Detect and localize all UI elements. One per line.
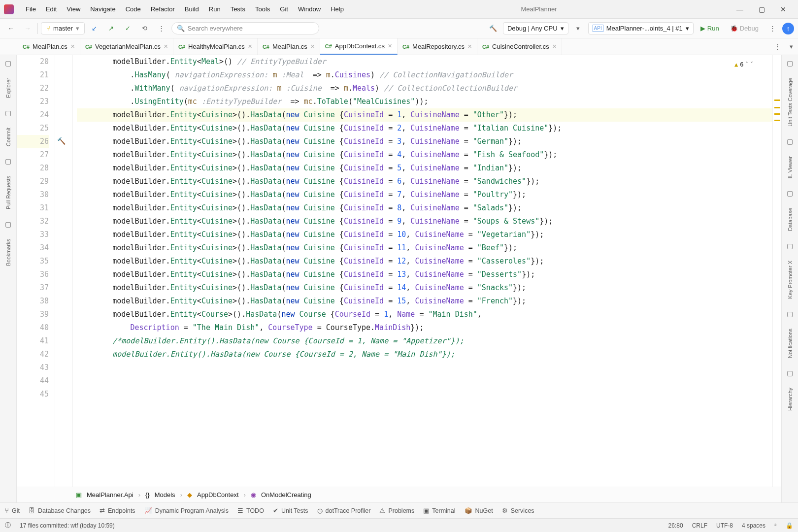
rail-icon[interactable]: ▢ xyxy=(3,58,13,68)
editor-tab[interactable]: C#CuisineController.cs✕ xyxy=(477,38,562,55)
nav-back-icon[interactable]: ← xyxy=(4,22,18,35)
toolwindow-dynamic-program-analysis[interactable]: 📈Dynamic Program Analysis xyxy=(144,507,229,514)
menu-tools[interactable]: Tools xyxy=(250,3,275,15)
toolwindow-unit-tests[interactable]: ✔Unit Tests xyxy=(273,507,308,514)
warning-mark[interactable] xyxy=(774,100,780,101)
menu-refactor[interactable]: Refactor xyxy=(146,3,180,15)
editor-tab[interactable]: C#MealPlan.cs✕ xyxy=(258,38,320,55)
chevron-down-icon[interactable]: ˅ xyxy=(750,58,753,71)
toolwindow-git[interactable]: ⑂Git xyxy=(5,507,20,514)
close-icon[interactable]: ✕ xyxy=(70,43,75,50)
line-separator[interactable]: CRLF xyxy=(692,522,707,529)
toolwindow-nuget[interactable]: 📦NuGet xyxy=(465,507,493,514)
vcs-push-icon[interactable]: ✓ xyxy=(121,22,135,35)
editor-tab[interactable]: C#HealthyMealPlan.cs✕ xyxy=(173,38,258,55)
toolwindow-dottrace-profiler[interactable]: ◷dotTrace Profiler xyxy=(317,507,371,514)
rail-icon[interactable]: ▢ xyxy=(785,58,795,68)
rail-icon[interactable]: ▢ xyxy=(3,108,13,118)
tabs-dropdown-icon[interactable]: ▾ xyxy=(784,40,798,54)
toolwindow-services[interactable]: ⚙Services xyxy=(502,507,534,514)
vcs-history-icon[interactable]: ⟲ xyxy=(138,22,152,35)
lock-icon[interactable]: 🔒 xyxy=(786,522,793,529)
rail-icon[interactable]: ▢ xyxy=(785,136,795,146)
toolwindow-todo[interactable]: ☰TODO xyxy=(237,507,264,514)
solution-config[interactable]: Debug | Any CPU ▾ xyxy=(503,22,568,34)
menu-file[interactable]: File xyxy=(21,3,41,15)
rail-icon[interactable]: ▢ xyxy=(785,368,795,378)
inspection-summary[interactable]: ▲ 6 ˄ ˅ xyxy=(734,58,753,71)
breadcrumb-namespace[interactable]: Models xyxy=(155,491,175,499)
indent-setting[interactable]: 4 spaces xyxy=(742,522,765,529)
right-rail-database[interactable]: Database xyxy=(787,202,793,237)
file-encoding[interactable]: UTF-8 xyxy=(716,522,733,529)
menu-navigate[interactable]: Navigate xyxy=(85,3,120,15)
chevron-up-icon[interactable]: ˄ xyxy=(745,58,748,71)
rail-icon[interactable]: ▢ xyxy=(3,219,13,229)
more-actions-icon[interactable]: ⋮ xyxy=(765,22,779,35)
run-button[interactable]: ▶ Run xyxy=(697,24,723,33)
rail-icon[interactable]: ▢ xyxy=(785,309,795,319)
right-rail-il-viewer[interactable]: IL Viewer xyxy=(787,150,793,184)
code-editor[interactable]: 2021222324252627282930313233343536373839… xyxy=(17,55,781,487)
right-rail-hierarchy[interactable]: Hierarchy xyxy=(787,382,793,417)
caret-position[interactable]: 26:80 xyxy=(668,522,683,529)
nav-forward-icon[interactable]: → xyxy=(21,22,34,35)
menu-window[interactable]: Window xyxy=(293,3,326,15)
toolwindow-endpoints[interactable]: ⇄Endpoints xyxy=(100,507,135,514)
tabs-list-icon[interactable]: ⋮ xyxy=(770,40,784,54)
close-icon[interactable]: ✕ xyxy=(248,43,252,50)
minimize-button[interactable]: ― xyxy=(729,2,751,17)
menu-tests[interactable]: Tests xyxy=(226,3,250,15)
close-icon[interactable]: ✕ xyxy=(310,43,315,50)
right-rail-notifications[interactable]: Notifications xyxy=(787,323,793,364)
close-icon[interactable]: ✕ xyxy=(467,43,472,50)
git-branch-selector[interactable]: ⑂ master ▾ xyxy=(41,22,85,34)
editor-tab[interactable]: C#MealRepository.cs✕ xyxy=(398,38,477,55)
menu-code[interactable]: Code xyxy=(121,3,146,15)
rail-icon[interactable]: ▢ xyxy=(785,241,795,251)
close-icon[interactable]: ✕ xyxy=(388,43,392,49)
breadcrumb-method[interactable]: OnModelCreating xyxy=(261,491,311,499)
toolwindow-terminal[interactable]: ▣Terminal xyxy=(423,507,455,514)
reader-mode-icon[interactable]: ᵃ xyxy=(774,522,777,529)
menu-git[interactable]: Git xyxy=(275,3,293,15)
vcs-commit-icon[interactable]: ↗ xyxy=(104,22,118,35)
update-badge[interactable]: ↑ xyxy=(782,23,794,34)
warning-mark[interactable] xyxy=(774,113,780,115)
close-icon[interactable]: ✕ xyxy=(552,43,557,50)
menu-help[interactable]: Help xyxy=(326,3,349,15)
toolwindow-database-changes[interactable]: 🗄Database Changes xyxy=(29,507,91,514)
close-icon[interactable]: ✕ xyxy=(164,43,168,50)
vcs-update-icon[interactable]: ↙ xyxy=(88,22,101,35)
left-rail-pull-requests[interactable]: Pull Requests xyxy=(5,170,11,215)
maximize-button[interactable]: ▢ xyxy=(751,2,772,17)
rail-icon[interactable]: ▢ xyxy=(785,188,795,198)
right-rail-key-promoter-x[interactable]: Key Promoter X xyxy=(787,255,793,305)
menu-build[interactable]: Build xyxy=(180,3,204,15)
code-area[interactable]: modelBuilder.Entity<Meal>() // EntityTyp… xyxy=(73,55,772,487)
left-rail-explorer[interactable]: Explorer xyxy=(5,72,11,104)
config-dropdown-icon[interactable]: ▾ xyxy=(571,22,585,35)
error-stripe[interactable]: ▲ 6 ˄ ˅ xyxy=(772,55,781,487)
menu-edit[interactable]: Edit xyxy=(41,3,62,15)
right-rail-unit-tests-coverage[interactable]: Unit Tests Coverage xyxy=(787,72,793,133)
vcs-more-icon[interactable]: ⋮ xyxy=(155,22,168,35)
editor-tab[interactable]: C#MealPlan.cs✕ xyxy=(18,38,80,55)
close-button[interactable]: ✕ xyxy=(772,2,794,17)
breadcrumb-class[interactable]: AppDbContext xyxy=(197,491,239,499)
menu-view[interactable]: View xyxy=(62,3,85,15)
menu-run[interactable]: Run xyxy=(204,3,226,15)
editor-tab[interactable]: C#AppDbContext.cs✕ xyxy=(320,38,398,55)
left-rail-commit[interactable]: Commit xyxy=(5,122,11,152)
run-config[interactable]: API MealPlanner-...oints_4 | #1 ▾ xyxy=(588,22,694,34)
left-rail-bookmarks[interactable]: Bookmarks xyxy=(5,233,11,272)
breadcrumb-project[interactable]: MealPlanner.Api xyxy=(87,491,133,499)
warning-mark[interactable] xyxy=(774,120,780,121)
build-icon[interactable]: 🔨 xyxy=(486,22,500,35)
debug-button[interactable]: 🐞 Debug xyxy=(726,24,763,33)
rail-icon[interactable]: ▢ xyxy=(3,156,13,166)
search-everywhere[interactable]: 🔍 Search everywhere xyxy=(171,22,319,34)
toolwindow-problems[interactable]: ⚠Problems xyxy=(379,507,414,514)
warning-mark[interactable] xyxy=(774,107,780,108)
editor-tab[interactable]: C#VegetarianMealPlan.cs✕ xyxy=(80,38,173,55)
